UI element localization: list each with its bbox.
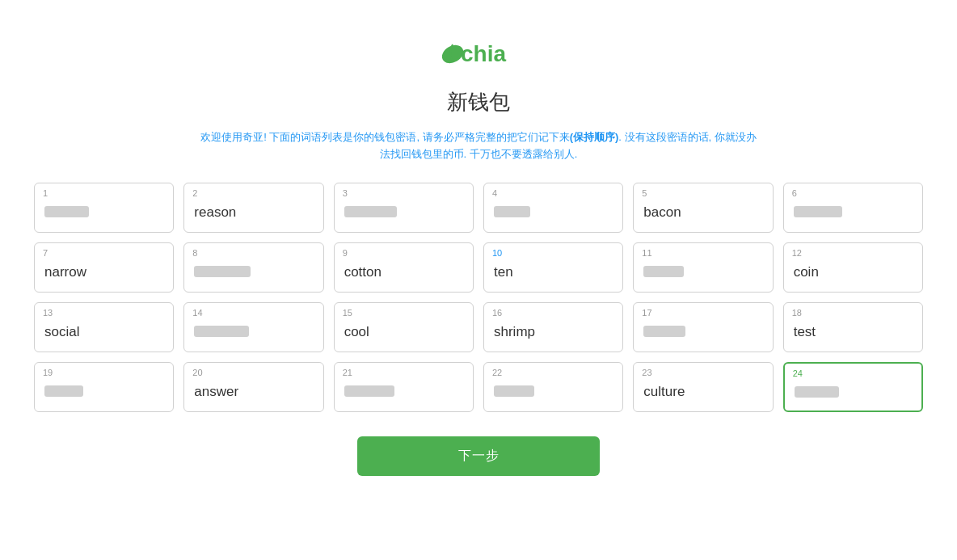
word-cell-6: 6 <box>783 183 923 233</box>
word-number-17: 17 <box>642 308 651 318</box>
next-button[interactable]: 下一步 <box>357 436 600 476</box>
word-cell-15: 15cool <box>334 302 474 352</box>
word-number-15: 15 <box>343 308 352 318</box>
word-blur-19 <box>44 385 83 397</box>
word-number-10: 10 <box>492 248 502 258</box>
word-text-5: bacon <box>643 204 762 221</box>
description: 欢迎使用奇亚! 下面的词语列表是你的钱包密语, 请务必严格完整的把它们记下来(保… <box>196 129 761 163</box>
word-blur-11 <box>643 266 684 277</box>
word-text-18: test <box>794 324 913 340</box>
word-cell-13: 13social <box>34 302 174 352</box>
word-cell-19: 19 <box>34 362 174 412</box>
word-cell-20: 20answer <box>183 362 323 412</box>
word-cell-24: 24 <box>783 362 923 412</box>
description-bold: (保持顺序) <box>570 131 619 143</box>
word-number-13: 13 <box>43 308 53 318</box>
word-cell-1: 1 <box>34 183 174 233</box>
word-text-7: narrow <box>44 264 163 280</box>
word-number-20: 20 <box>192 368 202 377</box>
word-number-2: 2 <box>192 188 197 198</box>
word-number-5: 5 <box>642 188 647 198</box>
word-blur-3 <box>344 206 397 217</box>
word-number-12: 12 <box>792 248 802 258</box>
word-cell-14: 14 <box>183 302 323 352</box>
word-text-23: culture <box>643 384 762 400</box>
word-blur-14 <box>194 326 249 337</box>
word-text-9: cotton <box>344 264 463 280</box>
word-text-10: ten <box>494 264 613 280</box>
word-number-7: 7 <box>43 248 48 258</box>
word-number-14: 14 <box>192 308 202 318</box>
word-blur-1 <box>44 206 89 217</box>
word-number-23: 23 <box>642 368 651 377</box>
word-blur-24 <box>795 386 839 398</box>
words-grid: 12reason345bacon67narrow89cotton10ten111… <box>34 183 923 412</box>
word-cell-21: 21 <box>334 362 474 412</box>
word-text-15: cool <box>344 324 463 340</box>
word-number-6: 6 <box>792 188 797 198</box>
word-number-1: 1 <box>43 188 48 198</box>
word-cell-17: 17 <box>633 302 773 352</box>
word-cell-2: 2reason <box>183 183 323 233</box>
word-cell-18: 18test <box>783 302 923 352</box>
word-cell-11: 11 <box>633 242 773 293</box>
word-cell-16: 16shrimp <box>483 302 623 352</box>
page-title: 新钱包 <box>447 88 510 116</box>
word-number-11: 11 <box>642 248 651 258</box>
word-number-4: 4 <box>492 188 497 198</box>
word-number-24: 24 <box>793 368 803 378</box>
word-number-21: 21 <box>343 368 352 377</box>
word-text-16: shrimp <box>494 324 613 340</box>
word-number-19: 19 <box>43 368 53 377</box>
word-text-13: social <box>44 324 163 340</box>
word-cell-10: 10ten <box>483 242 623 293</box>
word-text-2: reason <box>194 204 313 221</box>
word-blur-8 <box>194 266 251 277</box>
word-cell-3: 3 <box>334 183 474 233</box>
word-number-3: 3 <box>343 188 348 198</box>
word-cell-8: 8 <box>183 242 323 293</box>
word-cell-4: 4 <box>483 183 623 233</box>
word-blur-17 <box>643 326 685 337</box>
word-blur-4 <box>494 206 530 217</box>
word-number-16: 16 <box>492 308 502 318</box>
word-number-18: 18 <box>792 308 802 318</box>
word-number-8: 8 <box>192 248 197 258</box>
word-number-22: 22 <box>492 368 502 377</box>
word-cell-12: 12coin <box>783 242 923 293</box>
word-blur-22 <box>494 385 534 397</box>
description-prefix: 欢迎使用奇亚! 下面的词语列表是你的钱包密语, 请务必严格完整的把它们记下来 <box>200 131 569 143</box>
word-text-12: coin <box>794 264 913 280</box>
word-cell-5: 5bacon <box>633 183 773 233</box>
svg-text:chia: chia <box>461 41 506 66</box>
word-blur-6 <box>794 206 842 217</box>
logo-container: chia <box>430 32 527 80</box>
word-number-9: 9 <box>343 248 348 258</box>
word-cell-7: 7narrow <box>34 242 174 293</box>
chia-logo: chia <box>430 32 527 77</box>
word-text-20: answer <box>194 384 313 400</box>
word-cell-9: 9cotton <box>334 242 474 293</box>
word-cell-22: 22 <box>483 362 623 412</box>
word-cell-23: 23culture <box>633 362 773 412</box>
word-blur-21 <box>344 385 394 397</box>
